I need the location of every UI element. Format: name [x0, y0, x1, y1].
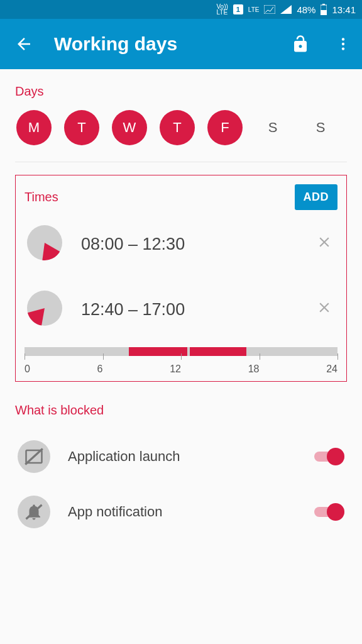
times-section-title: Times: [25, 190, 58, 204]
time-pie-icon: [26, 289, 63, 330]
lock-open-icon: [291, 35, 310, 53]
signal-bars-icon: [280, 5, 292, 14]
volte-indicator: Vo)) LTE: [216, 4, 228, 15]
day-1[interactable]: T: [64, 110, 99, 145]
battery-icon: [321, 4, 327, 15]
lock-button[interactable]: [288, 31, 313, 57]
more-vert-icon: [335, 36, 351, 52]
lte-indicator: LTE: [248, 7, 260, 13]
days-section-title: Days: [15, 84, 347, 99]
timeline-tick-label: 24: [326, 364, 337, 375]
timeline-tick-label: 6: [97, 364, 103, 375]
clock: 13:41: [332, 4, 356, 15]
blocked-section-title: What is blocked: [15, 403, 347, 418]
time-pie-icon: [26, 224, 63, 264]
bell-off-icon: [18, 496, 50, 528]
add-time-button[interactable]: ADD: [295, 184, 338, 210]
svg-point-6: [342, 47, 344, 50]
battery-percent: 48%: [297, 4, 315, 15]
close-icon: [316, 299, 332, 316]
blocked-item-toggle[interactable]: [314, 448, 344, 465]
app-bar: Working days: [0, 19, 362, 69]
blocked-item-row: App notification: [15, 484, 347, 540]
day-2[interactable]: W: [112, 110, 147, 145]
close-icon: [316, 234, 332, 250]
times-section: Times ADD 08:00 – 12:30 12:40 – 17:00 06…: [15, 175, 347, 382]
time-range-label: 08:00 – 12:30: [81, 235, 295, 254]
day-4[interactable]: F: [207, 110, 243, 145]
timeline-tick-label: 18: [248, 364, 260, 375]
svg-point-4: [342, 38, 344, 40]
status-bar: Vo)) LTE 1 LTE 48% 13:41: [0, 0, 362, 19]
svg-point-5: [342, 43, 344, 45]
day-5[interactable]: S: [255, 110, 290, 145]
blocked-item-label: App notification: [68, 504, 297, 520]
remove-time-button[interactable]: [312, 299, 336, 320]
back-button[interactable]: [11, 31, 36, 57]
signal-icon: [264, 5, 275, 14]
day-0[interactable]: M: [16, 110, 52, 145]
sim-indicator: 1: [233, 4, 243, 14]
time-range-label: 12:40 – 17:00: [81, 300, 295, 319]
time-range-row[interactable]: 12:40 – 17:00: [25, 278, 337, 343]
timeline-tick-label: 0: [25, 364, 30, 375]
timeline-tick-label: 12: [170, 364, 181, 375]
blocked-item-toggle[interactable]: [314, 503, 344, 521]
app-launch-icon: [18, 440, 50, 473]
timeline-axis: 06121824: [25, 364, 337, 375]
blocked-item-label: Application launch: [68, 448, 297, 465]
svg-rect-3: [321, 10, 327, 15]
blocked-item-row: Application launch: [15, 429, 347, 484]
day-6[interactable]: S: [303, 110, 338, 145]
page-title: Working days: [54, 33, 270, 55]
arrow-left-icon: [14, 35, 33, 53]
blocked-section: What is blocked Application launchApp no…: [15, 403, 347, 540]
days-row: MTWTFSS: [15, 110, 347, 162]
time-range-row[interactable]: 08:00 – 12:30: [25, 210, 337, 278]
overflow-menu-button[interactable]: [331, 31, 356, 57]
remove-time-button[interactable]: [312, 234, 336, 255]
timeline: 06121824: [25, 347, 337, 375]
day-3[interactable]: T: [160, 110, 195, 145]
